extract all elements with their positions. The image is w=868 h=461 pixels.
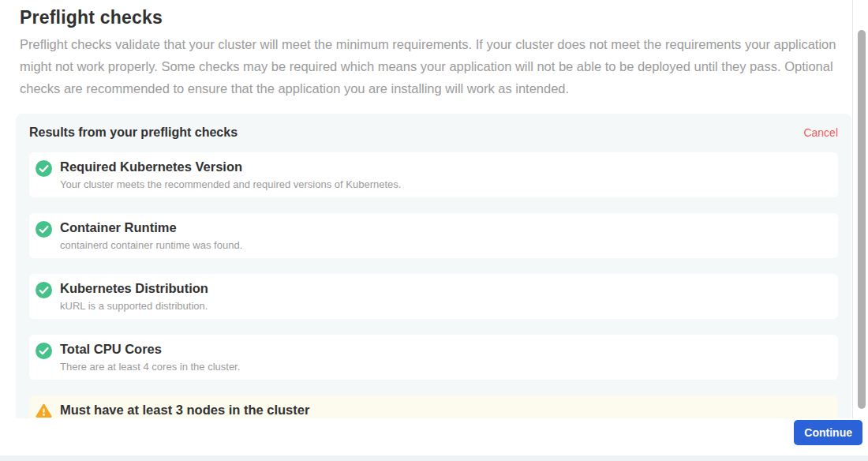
vertical-scrollbar-track[interactable] xyxy=(854,0,868,418)
check-title: Container Runtime xyxy=(60,219,242,237)
check-text: Container Runtime containerd container r… xyxy=(60,219,242,252)
check-circle-icon xyxy=(36,160,52,180)
warning-triangle-icon xyxy=(36,403,52,418)
check-circle-icon xyxy=(36,282,52,302)
page-description: Preflight checks validate that your clus… xyxy=(20,33,840,99)
check-title: Kubernetes Distribution xyxy=(60,279,208,298)
preflight-check-row: Required Kubernetes Version Your cluster… xyxy=(29,152,838,197)
results-card-header: Results from your preflight checks Cance… xyxy=(29,126,838,139)
cancel-link[interactable]: Cancel xyxy=(803,126,838,139)
check-text: Required Kubernetes Version Your cluster… xyxy=(60,158,401,191)
footer-bar: Continue xyxy=(0,418,868,455)
results-card-title: Results from your preflight checks xyxy=(29,126,238,139)
check-text: Total CPU Cores There are at least 4 cor… xyxy=(60,340,240,373)
preflight-checks-page: Preflight checks Preflight checks valida… xyxy=(0,0,868,461)
vertical-scrollbar-thumb[interactable] xyxy=(858,30,866,409)
check-circle-icon xyxy=(36,221,52,241)
results-card: Results from your preflight checks Cance… xyxy=(16,114,851,418)
check-text: Kubernetes Distribution kURL is a suppor… xyxy=(60,279,208,313)
check-text: Must have at least 3 nodes in the cluste… xyxy=(60,401,309,418)
check-message: kURL is a supported distribution. xyxy=(60,299,208,313)
preflight-check-row: Total CPU Cores There are at least 4 cor… xyxy=(29,335,838,380)
check-title: Required Kubernetes Version xyxy=(60,158,401,176)
check-message: Your cluster meets the recommended and r… xyxy=(60,178,401,191)
preflight-check-list: Required Kubernetes Version Your cluster… xyxy=(29,152,838,418)
scrollable-content: Preflight checks Preflight checks valida… xyxy=(0,0,853,418)
check-circle-icon xyxy=(36,343,52,362)
preflight-check-row: Kubernetes Distribution kURL is a suppor… xyxy=(29,274,838,319)
page-title: Preflight checks xyxy=(20,7,851,28)
check-message: There are at least 4 cores in the cluste… xyxy=(60,360,240,373)
preflight-check-row: Container Runtime containerd container r… xyxy=(29,213,838,258)
check-message: containerd container runtime was found. xyxy=(60,238,242,252)
check-title: Must have at least 3 nodes in the cluste… xyxy=(60,401,309,418)
bottom-page-strip xyxy=(0,455,868,461)
check-title: Total CPU Cores xyxy=(60,340,240,358)
preflight-check-row: Must have at least 3 nodes in the cluste… xyxy=(29,395,838,418)
continue-button[interactable]: Continue xyxy=(794,420,862,445)
